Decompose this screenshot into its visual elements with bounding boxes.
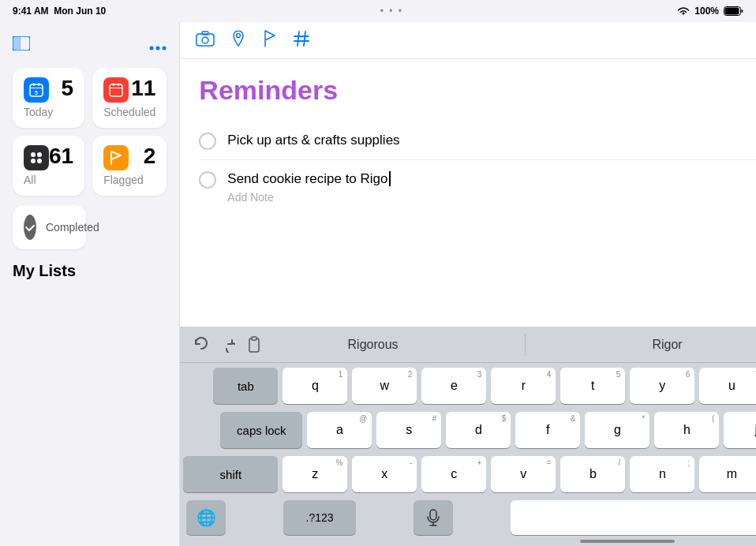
app-container: 5 5 Today (0, 22, 756, 546)
autocomplete-actions (188, 332, 267, 357)
svg-rect-2 (13, 37, 20, 50)
svg-rect-34 (430, 510, 436, 520)
key-a[interactable]: @a (307, 412, 372, 448)
reminder-item-2[interactable]: Send cookie recipe to Rigo‌ Add Note i (199, 160, 756, 213)
keyboard-row-1: tab 1q 2w 3e 4r 5t 6y 7u 8i 9o 0p delete (183, 368, 756, 404)
key-h[interactable]: (h (654, 412, 719, 448)
flagged-card[interactable]: 2 Flagged (92, 136, 167, 196)
keyboard-row-3: shift %z -x +c =v /b ;n :m !! ?? .. shif… (183, 456, 756, 492)
location-icon[interactable] (230, 30, 246, 50)
battery-level: 100% (694, 6, 719, 17)
key-g[interactable]: *g (585, 412, 649, 448)
wifi-icon (677, 6, 690, 16)
svg-point-22 (202, 37, 208, 43)
redo-button[interactable] (215, 332, 240, 357)
svg-point-7 (163, 47, 167, 50)
home-indicator (180, 540, 756, 546)
completed-card[interactable]: Completed (13, 205, 86, 249)
emoji-key[interactable]: 🌐 (186, 500, 226, 535)
key-z[interactable]: %z (283, 456, 347, 492)
key-x[interactable]: -x (352, 456, 417, 492)
num-left-key[interactable]: .?123 (283, 500, 356, 535)
add-note-label[interactable]: Add Note (227, 191, 756, 204)
today-count: 5 (62, 77, 74, 99)
keyboard-area: Rigorous Rigor Rigorously tab 1q 2w 3e 4… (180, 327, 756, 546)
reminder-item[interactable]: Pick up arts & crafts supplies (199, 122, 756, 160)
completed-icon (24, 215, 36, 240)
my-lists-label: My Lists (13, 262, 167, 280)
status-time: 9:41 AM Mon Jun 10 (13, 6, 106, 17)
space-key[interactable] (511, 500, 756, 535)
key-u[interactable]: 7u (699, 368, 756, 404)
key-w[interactable]: 2w (352, 368, 417, 404)
svg-rect-33 (252, 337, 256, 340)
keyboard: tab 1q 2w 3e 4r 5t 6y 7u 8i 9o 0p delete… (180, 363, 756, 540)
undo-button[interactable] (188, 332, 213, 357)
keyboard-bottom-row: 🌐 .?123 .?123 (183, 500, 756, 535)
svg-rect-9 (30, 88, 43, 88)
svg-line-25 (298, 32, 299, 46)
svg-point-17 (31, 152, 36, 157)
key-m[interactable]: :m (699, 456, 756, 492)
key-f[interactable]: &f (515, 412, 580, 448)
completed-label: Completed (46, 221, 99, 234)
bottom-cards-row: Completed (13, 205, 167, 249)
svg-rect-1 (725, 8, 739, 15)
svg-point-24 (237, 34, 241, 38)
all-card[interactable]: 61 All (13, 136, 84, 196)
svg-rect-13 (110, 84, 122, 96)
hashtag-icon[interactable] (294, 30, 309, 50)
svg-line-26 (304, 32, 305, 46)
key-v[interactable]: =v (491, 456, 556, 492)
flagged-count: 2 (144, 145, 156, 167)
toolbar-icons (196, 30, 309, 50)
key-r[interactable]: 4r (491, 368, 556, 404)
key-b[interactable]: /b (560, 456, 625, 492)
scheduled-card[interactable]: 11 Scheduled (92, 68, 167, 128)
key-q[interactable]: 1q (283, 368, 347, 404)
svg-rect-11 (39, 83, 40, 86)
all-icon (24, 145, 49, 170)
key-y[interactable]: 6y (630, 368, 694, 404)
key-t[interactable]: 5t (560, 368, 625, 404)
key-c[interactable]: +c (421, 456, 486, 492)
status-right: 100% (677, 6, 743, 17)
today-card[interactable]: 5 5 Today (13, 68, 84, 128)
svg-rect-23 (202, 32, 208, 35)
tab-key[interactable]: tab (213, 368, 278, 404)
keyboard-row-2: caps lock @a #s $d &f *g (h )j 'k "l ret… (183, 412, 756, 448)
microphone-key[interactable] (414, 500, 453, 535)
main-toolbar: Done (180, 22, 756, 59)
key-d[interactable]: $d (446, 412, 511, 448)
key-j[interactable]: )j (724, 412, 756, 448)
key-s[interactable]: #s (376, 412, 441, 448)
shift-left-key[interactable]: shift (183, 456, 278, 492)
svg-point-6 (156, 47, 160, 50)
sidebar: 5 5 Today (0, 22, 180, 546)
sidebar-toggle-icon[interactable] (13, 35, 30, 55)
caps-lock-key[interactable]: caps lock (220, 412, 302, 448)
all-count: 61 (49, 145, 73, 167)
svg-rect-4 (20, 36, 21, 50)
status-center: • • • (380, 6, 403, 17)
svg-rect-10 (33, 83, 35, 86)
autocomplete-suggestions: Rigorous Rigor Rigorously (276, 334, 756, 356)
suggestion-2[interactable]: Rigor (636, 338, 698, 352)
reminder-circle-2[interactable] (199, 171, 216, 189)
sidebar-header (13, 32, 167, 58)
key-n[interactable]: ;n (630, 456, 694, 492)
paste-icon[interactable] (241, 332, 267, 357)
reminder-text-block-2: Send cookie recipe to Rigo‌ Add Note (227, 170, 756, 204)
flag-icon[interactable] (262, 30, 278, 50)
camera-icon[interactable] (196, 31, 215, 50)
svg-rect-16 (118, 83, 120, 86)
my-lists-section: My Lists (13, 259, 167, 280)
home-bar (580, 540, 675, 543)
main-panel: Done Reminders Pick up arts & crafts sup… (180, 22, 756, 546)
reminder-text-block-1: Pick up arts & crafts supplies (227, 131, 756, 150)
sidebar-more-icon[interactable] (149, 35, 167, 55)
key-e[interactable]: 3e (421, 368, 486, 404)
reminder-circle-1[interactable] (199, 133, 216, 150)
suggestion-1[interactable]: Rigorous (332, 338, 414, 352)
scheduled-icon (103, 77, 129, 103)
